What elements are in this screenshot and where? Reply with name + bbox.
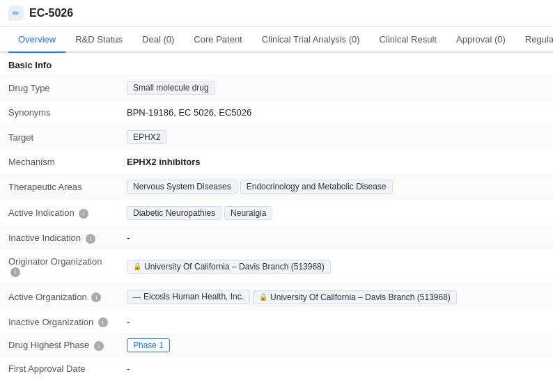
dash-tag: — Eicosis Human Health, Inc. — [127, 290, 250, 304]
table-row: Active Organization i— Eicosis Human Hea… — [0, 283, 553, 311]
table-row: Drug TypeSmall molecule drug — [0, 75, 553, 101]
row-value: — Eicosis Human Health, Inc.🔒 University… — [118, 283, 553, 311]
table-row: TargetEPHX2 — [0, 124, 553, 150]
row-label: Synonyms — [0, 101, 118, 124]
tag: EPHX2 — [127, 130, 166, 144]
tag: Nervous System Diseases — [127, 180, 237, 194]
nav-tab-overview[interactable]: Overview — [8, 27, 65, 53]
lock-icon: 🔒 — [259, 293, 267, 301]
edit-icon[interactable]: ✏ — [8, 6, 24, 21]
basic-info-table: Drug TypeSmall molecule drugSynonymsBPN-… — [0, 75, 553, 380]
row-label: First Approval Date — [0, 357, 118, 380]
row-label: Inactive Indication i — [0, 226, 118, 250]
tag: Endocrinology and Metabolic Disease — [240, 180, 393, 194]
table-row: Drug Highest Phase iPhase 1 — [0, 334, 553, 357]
info-icon[interactable]: i — [10, 267, 20, 277]
row-value: Nervous System DiseasesEndocrinology and… — [118, 173, 553, 200]
row-label: Drug Highest Phase i — [0, 334, 118, 357]
dash-icon: — — [133, 292, 141, 301]
row-value: 🔒University Of California – Davis Branch… — [118, 250, 553, 284]
table-row: MechanismEPHX2 inhibitors — [0, 150, 553, 173]
table-row: Inactive Indication i- — [0, 226, 553, 250]
info-icon[interactable]: i — [79, 209, 88, 219]
nav-tab-core-patent[interactable]: Core Patent — [184, 27, 251, 53]
info-icon[interactable]: i — [94, 341, 104, 351]
phase-tag: Phase 1 — [127, 338, 170, 352]
row-label: Inactive Organization i — [0, 311, 118, 334]
nav-tab-clinical-trial-analysis--0-[interactable]: Clinical Trial Analysis (0) — [252, 27, 370, 53]
table-row: Inactive Organization i- — [0, 311, 553, 334]
table-row: First Approval Date- — [0, 357, 553, 380]
info-icon[interactable]: i — [86, 234, 95, 244]
nav-tabs: OverviewR&D StatusDeal (0)Core PatentCli… — [0, 27, 553, 53]
row-label: Active Organization i — [0, 283, 118, 311]
page-header: ✏ EC-5026 — [0, 0, 553, 27]
row-value: EPHX2 — [118, 124, 553, 150]
tag: Diabetic Neuropathies — [127, 206, 221, 220]
row-value: Small molecule drug — [118, 75, 553, 101]
nav-tab-r-d-status[interactable]: R&D Status — [65, 27, 132, 53]
table-row: Therapeutic AreasNervous System Diseases… — [0, 173, 553, 200]
row-value: - — [118, 357, 553, 380]
row-label: Active Indication i — [0, 200, 118, 226]
row-label: Mechanism — [0, 150, 118, 173]
info-icon[interactable]: i — [98, 317, 108, 327]
tag: Small molecule drug — [127, 81, 215, 95]
nav-tab-deal--0-[interactable]: Deal (0) — [132, 27, 184, 53]
nav-tab-clinical-result[interactable]: Clinical Result — [370, 27, 446, 53]
page-title: EC-5026 — [29, 7, 73, 19]
table-row: Originator Organization i🔒University Of … — [0, 250, 553, 284]
tag: Neuralgia — [224, 206, 272, 220]
row-value: - — [118, 311, 553, 334]
row-value: Diabetic NeuropathiesNeuralgia — [118, 200, 553, 226]
row-value: EPHX2 inhibitors — [118, 150, 553, 173]
row-value: - — [118, 226, 553, 250]
nav-tab-approval--0-[interactable]: Approval (0) — [446, 27, 515, 53]
table-row: Active Indication iDiabetic Neuropathies… — [0, 200, 553, 226]
section-title: Basic Info — [0, 53, 553, 75]
lock-tag: 🔒University Of California – Davis Branch… — [127, 260, 331, 274]
row-label: Target — [0, 124, 118, 150]
row-label: Drug Type — [0, 75, 118, 101]
row-value: BPN-19186, EC 5026, EC5026 — [118, 101, 553, 124]
lock-icon: 🔒 — [133, 262, 141, 270]
row-label: Therapeutic Areas — [0, 173, 118, 200]
table-row: SynonymsBPN-19186, EC 5026, EC5026 — [0, 101, 553, 124]
nav-tab-regulation--0-[interactable]: Regulation (0) — [515, 27, 553, 53]
row-value: Phase 1 — [118, 334, 553, 357]
info-icon[interactable]: i — [91, 292, 101, 302]
row-label: Originator Organization i — [0, 250, 118, 284]
lock-tag: 🔒 University Of California – Davis Branc… — [253, 290, 457, 304]
